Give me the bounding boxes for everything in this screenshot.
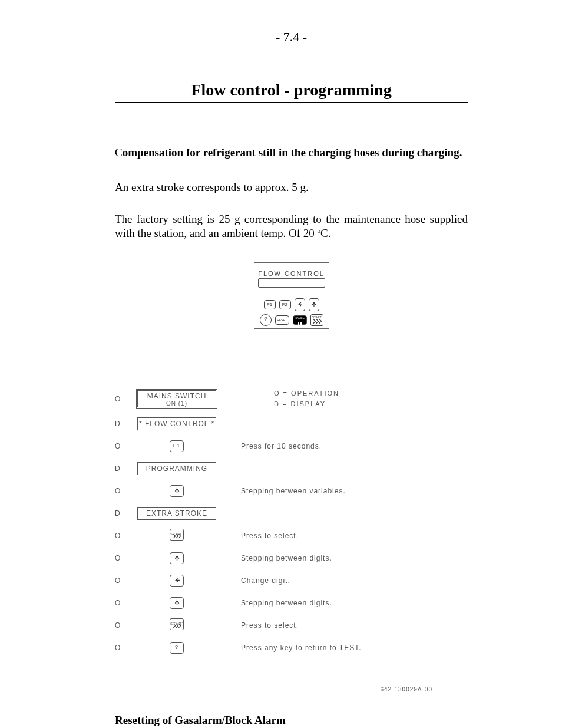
key-pause[interactable]: PAUSE (293, 315, 307, 325)
flow-key-up[interactable] (170, 597, 184, 609)
flow-key-start[interactable]: START (170, 529, 184, 541)
legend: O = OPERATION D = DISPLAY (221, 388, 468, 409)
key-light[interactable] (260, 314, 272, 326)
flow-tag: D (115, 465, 133, 473)
flowchart: O MAINS SWITCHON (1) O = OPERATION D = D… (115, 388, 468, 657)
flow-note: Press to select. (221, 621, 468, 630)
page-number: - 7.4 - (115, 29, 468, 45)
flow-note: Press to select. (221, 532, 468, 540)
flow-key-f1[interactable]: F1 (170, 440, 184, 452)
flow-note: Press for 10 seconds. (221, 442, 468, 450)
flow-tag: O (115, 644, 133, 652)
drawing-id: 642-130029A-00 (115, 686, 468, 693)
svg-point-0 (265, 317, 267, 319)
flow-key-start[interactable]: START (170, 618, 184, 630)
flow-key-up[interactable] (170, 552, 184, 564)
key-f2[interactable]: F2 (279, 300, 291, 309)
flow-tag: O (115, 442, 133, 450)
page-title: Flow control - programming (115, 78, 468, 103)
flow-tag: O (115, 554, 133, 562)
lcd-screen (258, 278, 325, 288)
flow-box: EXTRA STROKE (137, 507, 216, 520)
key-start[interactable]: START (310, 314, 323, 326)
flow-note: Stepping between variables. (221, 487, 468, 495)
lcd-text: FLOW CONTROL (258, 270, 325, 277)
flow-tag: O (115, 577, 133, 585)
paragraph-1: An extra stroke corresponds to approx. 5… (115, 180, 468, 195)
flow-key-any[interactable]: ? (170, 642, 184, 654)
flow-box: PROGRAMMING (137, 462, 216, 475)
paragraph-2: The factory setting is 25 g correspondin… (115, 212, 468, 241)
flow-box: * FLOW CONTROL * (137, 417, 216, 430)
key-reset[interactable]: RESET (275, 315, 289, 325)
flow-key-left[interactable] (170, 575, 184, 587)
flow-note: Change digit. (221, 577, 468, 585)
flow-box-mains: MAINS SWITCHON (1) (136, 389, 217, 409)
subtitle: CCompensation for refrigerant still in t… (115, 146, 468, 159)
flow-note: Stepping between digits. (221, 554, 468, 562)
flow-tag: O (115, 599, 133, 607)
key-left[interactable] (295, 298, 305, 311)
svg-rect-2 (300, 322, 302, 325)
svg-rect-1 (298, 322, 299, 325)
flow-tag: O (115, 621, 133, 630)
flow-note: Press any key to return to TEST. (221, 644, 468, 652)
flow-key-up[interactable] (170, 485, 184, 497)
flow-tag: O (115, 395, 133, 403)
flow-tag: D (115, 509, 133, 518)
flow-note: Stepping between digits. (221, 599, 468, 607)
flow-tag: O (115, 532, 133, 540)
section-heading: Resetting of Gasalarm/Block Alarm (115, 714, 468, 727)
keypad-panel: FLOW CONTROL F1 F2 RESET PAUSE START (254, 262, 329, 328)
flow-tag: O (115, 487, 133, 495)
key-up[interactable] (309, 298, 319, 311)
key-f1[interactable]: F1 (264, 300, 276, 309)
flow-tag: D (115, 420, 133, 428)
